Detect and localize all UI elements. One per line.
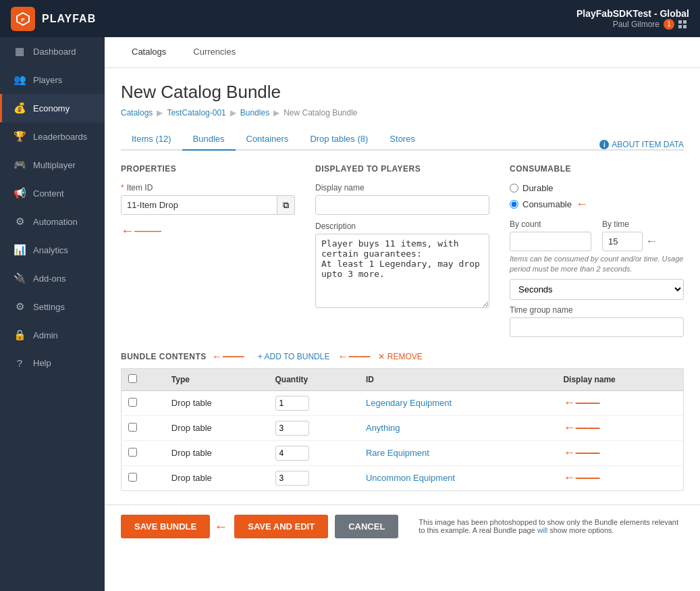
tab-containers[interactable]: Containers (236, 128, 300, 151)
table-row: Drop table Legendary Equipment ←—— (122, 390, 684, 415)
tab-bundles[interactable]: Bundles (182, 128, 236, 151)
tab-items[interactable]: Items (12) (121, 128, 182, 151)
select-all-checkbox[interactable] (128, 374, 137, 383)
dashboard-icon: ▦ (13, 45, 26, 57)
sidebar-item-leaderboards[interactable]: 🏆 Leaderboards (0, 122, 105, 151)
arrow-item-id: ←—— (121, 223, 295, 238)
tab-stores[interactable]: Stores (379, 128, 426, 151)
content-icon: 📢 (13, 187, 26, 199)
row-id-4[interactable]: Uncommon Equipment (366, 473, 455, 483)
tab-currencies[interactable]: Currencies (180, 37, 249, 68)
radio-consumable: Consumable ← (510, 197, 684, 211)
sidebar-item-label: Help (33, 358, 51, 368)
sidebar-item-economy[interactable]: 💰 Economy (0, 94, 105, 122)
breadcrumb-testcatalog[interactable]: TestCatalog-001 (167, 108, 225, 118)
project-name: PlayFabSDKTest - Global (576, 8, 689, 19)
table-row: Drop table Anything ←—— (122, 415, 684, 440)
consumable-radio-group: Durable Consumable ← (510, 183, 684, 211)
tab-catalogs[interactable]: Catalogs (118, 37, 180, 68)
row-qty-1[interactable] (275, 396, 309, 411)
row-checkbox-3[interactable] (128, 448, 137, 457)
footer-note-link[interactable]: will (537, 526, 547, 534)
row-type-2: Drop table (165, 415, 269, 440)
bundle-header: BUNDLE CONTENTS ←—— + ADD TO BUNDLE ←—— … (121, 351, 684, 363)
by-time-col: By time ← (602, 220, 684, 251)
top-tabs: Catalogs Currencies (105, 37, 700, 68)
arrow-rare: ←—— (563, 446, 599, 460)
about-item-data-label: ABOUT ITEM DATA (612, 140, 684, 149)
tab-drop-tables[interactable]: Drop tables (8) (299, 128, 379, 151)
arrow-consumable: ← (576, 197, 588, 211)
help-icon: ? (13, 357, 26, 369)
sidebar-item-settings[interactable]: ⚙ Settings (0, 292, 105, 321)
durable-radio[interactable] (510, 184, 518, 192)
row-id-3[interactable]: Rare Equipment (366, 448, 429, 458)
row-id-2[interactable]: Anything (366, 423, 400, 433)
by-count-col: By count (510, 220, 591, 251)
consumable-col: CONSUMABLE Durable Consumable ← (510, 164, 684, 337)
row-checkbox-4[interactable] (128, 473, 137, 482)
main-content: Catalogs Currencies New Catalog Bundle C… (105, 37, 700, 591)
automation-icon: ⚙ (13, 215, 26, 228)
row-display-1: ←—— (556, 390, 683, 415)
col-checkbox (122, 368, 165, 390)
arrow-uncommon: ←—— (563, 471, 599, 485)
row-checkbox-2[interactable] (128, 423, 137, 432)
row-display-2: ←—— (556, 415, 683, 440)
sidebar-item-multiplayer[interactable]: 🎮 Multiplayer (0, 151, 105, 179)
notification-badge[interactable]: 1 (664, 19, 674, 30)
row-qty-4[interactable] (275, 471, 309, 486)
by-count-input[interactable] (510, 232, 591, 251)
multiplayer-icon: 🎮 (13, 159, 26, 171)
display-name-input[interactable] (315, 195, 489, 215)
sidebar-item-addons[interactable]: 🔌 Add-ons (0, 264, 105, 292)
sidebar-item-label: Settings (33, 302, 65, 312)
sidebar-item-help[interactable]: ? Help (0, 349, 105, 377)
bundle-contents-title: BUNDLE CONTENTS (121, 352, 207, 361)
cancel-button[interactable]: CANCEL (335, 515, 398, 538)
time-group-input[interactable] (510, 317, 684, 337)
row-id-1[interactable]: Legendary Equipment (366, 398, 452, 408)
col-id: ID (359, 368, 556, 390)
breadcrumb-catalogs[interactable]: Catalogs (121, 108, 153, 118)
breadcrumb-bundles[interactable]: Bundles (240, 108, 269, 118)
sidebar-item-label: Players (33, 75, 62, 85)
sidebar-item-dashboard[interactable]: ▦ Dashboard (0, 37, 105, 66)
row-checkbox-1[interactable] (128, 398, 137, 407)
remove-button[interactable]: ✕ REMOVE (378, 352, 422, 361)
sidebar-item-label: Automation (33, 217, 78, 227)
grid-icon[interactable] (678, 20, 689, 28)
about-item-data-link[interactable]: i ABOUT ITEM DATA (599, 140, 684, 149)
seconds-select[interactable]: Seconds Minutes Hours Days (510, 279, 684, 300)
table-header-row: Type Quantity ID Display name (122, 368, 684, 390)
row-qty-2[interactable] (275, 421, 309, 436)
sidebar-item-label: Multiplayer (33, 160, 76, 170)
info-icon: i (599, 140, 609, 149)
sidebar-item-label: Admin (33, 330, 58, 340)
consumable-radio[interactable] (510, 200, 518, 209)
col-quantity: Quantity (269, 368, 359, 390)
displayed-col: DISPLAYED TO PLAYERS Display name Descri… (315, 164, 489, 337)
consumable-title: CONSUMABLE (510, 164, 684, 174)
time-group-label: Time group name (510, 305, 684, 315)
consumable-label: Consumable (522, 199, 572, 209)
sidebar-item-automation[interactable]: ⚙ Automation (0, 207, 105, 236)
add-to-bundle-button[interactable]: + ADD TO BUNDLE (258, 352, 330, 361)
table-row: Drop table Rare Equipment ←—— (122, 440, 684, 465)
description-textarea[interactable]: Player buys 11 items, with certain guara… (315, 234, 489, 308)
breadcrumb: Catalogs ▶ TestCatalog-001 ▶ Bundles ▶ N… (121, 108, 684, 118)
sidebar-item-label: Dashboard (33, 47, 76, 57)
sidebar-item-analytics[interactable]: 📊 Analytics (0, 236, 105, 264)
item-id-copy-button[interactable]: ⧉ (277, 195, 295, 215)
sidebar-item-admin[interactable]: 🔒 Admin (0, 321, 105, 349)
admin-icon: 🔒 (13, 329, 26, 341)
by-time-input[interactable] (602, 232, 643, 251)
display-name-label: Display name (315, 183, 489, 192)
row-qty-3[interactable] (275, 446, 309, 461)
item-id-input[interactable] (121, 195, 277, 215)
sidebar-item-label: Add-ons (33, 274, 65, 284)
save-bundle-button[interactable]: SAVE BUNDLE (121, 515, 210, 538)
save-and-edit-button[interactable]: SAVE AND EDIT (234, 515, 328, 538)
sidebar-item-content[interactable]: 📢 Content (0, 179, 105, 207)
sidebar-item-players[interactable]: 👥 Players (0, 66, 105, 94)
